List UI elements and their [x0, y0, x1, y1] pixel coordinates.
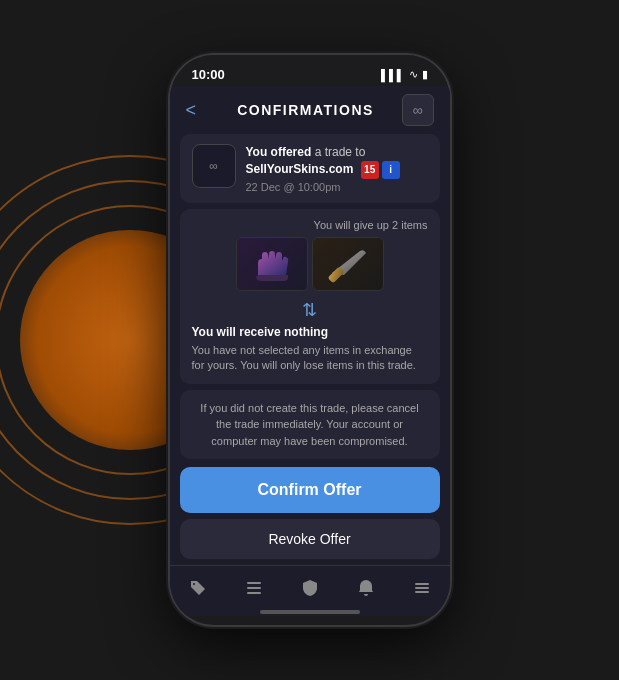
status-icons: ▌▌▌ ∿ ▮	[381, 68, 427, 81]
trade-logo-icon: ∞	[209, 159, 218, 173]
nav-shield-icon[interactable]	[296, 574, 324, 602]
phone-frame: 10:00 ▌▌▌ ∿ ▮ < CONFIRMATIONS ∞ ∞	[170, 55, 450, 625]
transfer-icon: ⇅	[192, 299, 428, 321]
svg-rect-5	[415, 587, 429, 589]
battery-icon: ▮	[422, 68, 428, 81]
back-button[interactable]: <	[186, 100, 210, 121]
trade-info: You offered a trade to SellYourSkins.com…	[246, 144, 428, 193]
revoke-offer-button[interactable]: Revoke Offer	[180, 519, 440, 559]
app-logo: ∞	[402, 94, 434, 126]
trade-site: SellYourSkins.com	[246, 162, 354, 176]
nav-tag-icon[interactable]	[184, 574, 212, 602]
confirm-offer-button[interactable]: Confirm Offer	[180, 467, 440, 513]
svg-rect-4	[415, 583, 429, 585]
warning-section: If you did not create this trade, please…	[180, 390, 440, 460]
badge-i: i	[382, 161, 400, 179]
status-bar: 10:00 ▌▌▌ ∿ ▮	[170, 55, 450, 86]
signal-icon: ▌▌▌	[381, 69, 404, 81]
glove-item	[237, 238, 307, 290]
item-glove	[236, 237, 308, 291]
you-offered-label: You offered	[246, 145, 312, 159]
trade-card: ∞ You offered a trade to SellYourSkins.c…	[180, 134, 440, 203]
trade-description: You offered a trade to SellYourSkins.com…	[246, 144, 428, 179]
knife-item	[313, 238, 383, 290]
nav-list-icon[interactable]	[240, 574, 268, 602]
svg-rect-1	[247, 582, 261, 584]
glove-icon	[248, 245, 296, 283]
svg-rect-3	[247, 592, 261, 594]
page-title: CONFIRMATIONS	[237, 102, 374, 118]
items-section: You will give up 2 items	[180, 209, 440, 384]
receive-label: You will receive nothing	[192, 325, 428, 339]
warning-text: If you did not create this trade, please…	[194, 400, 426, 450]
nav-bell-icon[interactable]	[352, 574, 380, 602]
header: < CONFIRMATIONS ∞	[170, 86, 450, 134]
give-label: You will give up 2 items	[192, 219, 428, 231]
trade-badges: 15 i	[361, 161, 400, 179]
wifi-icon: ∿	[409, 68, 418, 81]
screen: < CONFIRMATIONS ∞ ∞ You offered a trade …	[170, 86, 450, 616]
receive-description: You have not selected any items in excha…	[192, 343, 428, 374]
bottom-nav	[170, 565, 450, 606]
trade-intro2: a trade to	[315, 145, 366, 159]
trade-date: 22 Dec @ 10:00pm	[246, 181, 428, 193]
status-time: 10:00	[192, 67, 225, 82]
nav-menu-icon[interactable]	[408, 574, 436, 602]
trade-card-header: ∞ You offered a trade to SellYourSkins.c…	[192, 144, 428, 193]
knife-icon	[324, 245, 372, 283]
home-bar	[260, 610, 360, 614]
svg-rect-6	[415, 591, 429, 593]
svg-rect-2	[247, 587, 261, 589]
home-indicator	[170, 606, 450, 616]
badge-15: 15	[361, 161, 379, 179]
logo-infinity-icon: ∞	[413, 102, 423, 118]
items-row	[192, 237, 428, 291]
trade-logo: ∞	[192, 144, 236, 188]
item-knife	[312, 237, 384, 291]
